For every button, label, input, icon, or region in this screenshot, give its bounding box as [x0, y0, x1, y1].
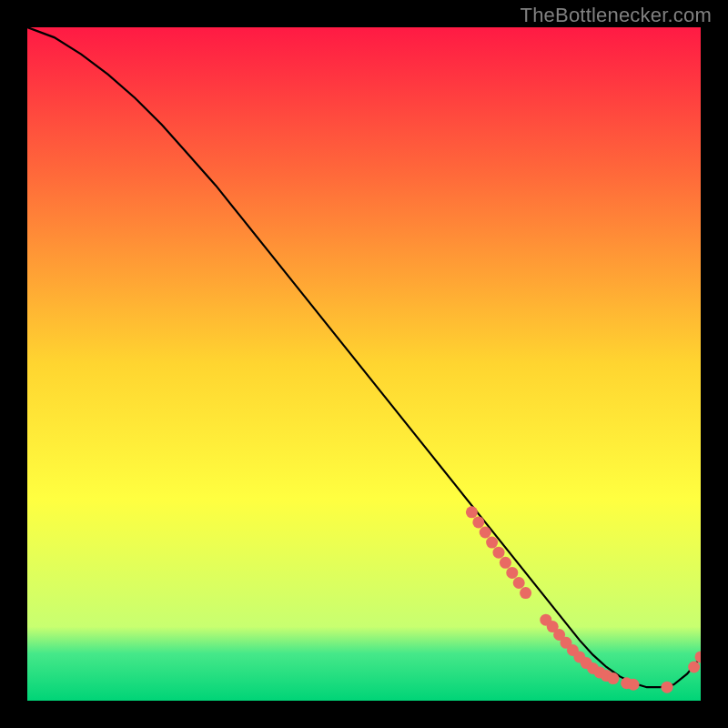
data-point: [688, 662, 700, 673]
data-point: [607, 672, 619, 684]
data-point: [472, 516, 484, 528]
data-point: [628, 679, 640, 691]
data-point: [466, 506, 478, 518]
bottleneck-curve-chart: [27, 27, 701, 701]
attribution-text: TheBottlenecker.com: [521, 4, 712, 27]
data-point: [513, 577, 525, 589]
data-point: [506, 567, 518, 579]
data-point: [480, 527, 491, 539]
data-point: [486, 537, 498, 549]
data-point: [520, 587, 531, 599]
data-point: [493, 547, 505, 559]
data-point: [662, 682, 673, 693]
data-point: [500, 557, 511, 569]
gradient-background: [27, 27, 701, 701]
chart-area: [27, 27, 701, 701]
